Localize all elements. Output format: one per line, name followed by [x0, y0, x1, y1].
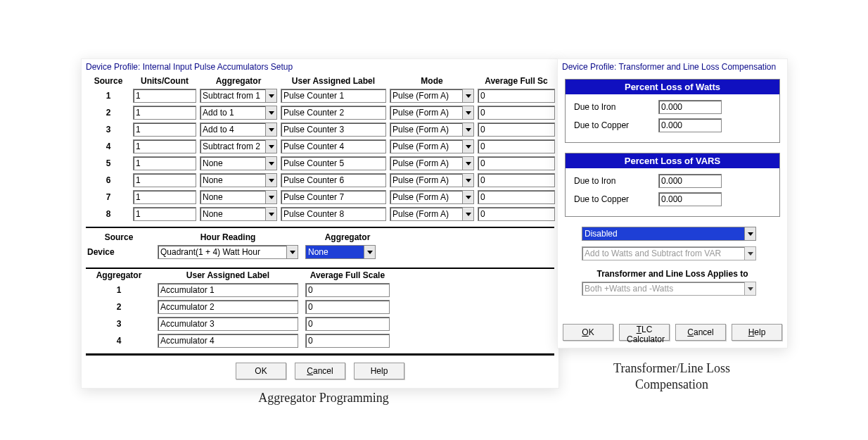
pulse-row: 7NonePulse (Form A) — [82, 189, 559, 206]
mode-select[interactable]: Pulse (Form A) — [390, 190, 474, 204]
accumulator-section: Aggregator User Assigned Label Average F… — [82, 269, 559, 349]
accumulator-label-input[interactable] — [158, 334, 298, 348]
pulse-row: 3Add to 4Pulse (Form A) — [82, 121, 559, 138]
accumulator-row: 2 — [82, 298, 559, 315]
avg-full-scale-input[interactable] — [478, 139, 555, 153]
dialog-buttons: OK TLC Calculator Cancel Help — [565, 324, 780, 341]
user-label-input[interactable] — [281, 207, 386, 221]
watts-iron-input[interactable] — [658, 100, 722, 114]
watts-title: Percent Loss of Watts — [566, 80, 779, 94]
row-number: 3 — [87, 125, 129, 134]
avg-full-scale-input[interactable] — [478, 122, 555, 137]
mode-value: Pulse (Form A) — [390, 157, 462, 170]
row-number: 3 — [87, 319, 151, 329]
units-count-input[interactable] — [133, 122, 196, 137]
dropdown-icon — [265, 191, 276, 203]
aggregator-value: None — [200, 157, 265, 170]
units-count-input[interactable] — [133, 156, 196, 170]
user-label-input[interactable] — [281, 156, 386, 170]
accumulator-avg-input[interactable] — [305, 317, 390, 331]
hdr-mode: Mode — [390, 76, 474, 86]
accumulator-avg-input[interactable] — [305, 283, 390, 297]
hdr-hour: Hour Reading — [158, 232, 298, 242]
hour-reading-select[interactable]: Quadrant(1 + 4) Watt Hour — [158, 245, 298, 259]
enable-value: Disabled — [582, 227, 744, 240]
user-label-input[interactable] — [281, 122, 386, 137]
units-count-input[interactable] — [133, 173, 196, 187]
user-label-input[interactable] — [281, 173, 386, 187]
avg-full-scale-input[interactable] — [478, 173, 555, 187]
due-iron-label: Due to Iron — [574, 176, 651, 186]
row-number: 5 — [87, 158, 129, 168]
units-count-input[interactable] — [133, 106, 196, 120]
mode-value: Pulse (Form A) — [390, 123, 462, 136]
hdr-user-label: User Assigned Label — [281, 76, 386, 86]
mode-select[interactable]: Pulse (Form A) — [390, 122, 474, 137]
avg-full-scale-input[interactable] — [478, 190, 555, 204]
aggregator-value: None — [200, 174, 265, 187]
accumulator-label-input[interactable] — [158, 317, 298, 331]
aggregator-select[interactable]: None — [200, 207, 277, 221]
watts-copper-input[interactable] — [658, 118, 722, 132]
pulse-section: Source Units/Count Aggregator User Assig… — [82, 75, 559, 222]
mode-value: Pulse (Form A) — [390, 106, 462, 119]
mode-select[interactable]: Pulse (Form A) — [390, 106, 474, 120]
tlc-calculator-button[interactable]: TLC Calculator — [619, 324, 670, 341]
user-label-input[interactable] — [281, 89, 386, 103]
dropdown-icon — [265, 140, 276, 153]
units-count-input[interactable] — [133, 89, 196, 103]
accumulator-label-input[interactable] — [158, 283, 298, 297]
accumulator-avg-input[interactable] — [305, 334, 390, 348]
hdr-aggregator: Aggregator — [200, 76, 277, 86]
caption-tlc: Transformer/Line Loss Compensation — [584, 360, 760, 394]
units-count-input[interactable] — [133, 139, 196, 153]
cancel-button[interactable]: Cancel — [295, 363, 345, 379]
tlc-dialog: Device Profile: Transformer and Line Los… — [557, 58, 788, 348]
aggregator-select[interactable]: None — [200, 156, 277, 170]
avg-full-scale-input[interactable] — [478, 207, 555, 221]
vars-title: Percent Loss of VARS — [566, 153, 779, 168]
vars-group: Percent Loss of VARS Due to Iron Due to … — [565, 153, 780, 217]
mode-select[interactable]: Pulse (Form A) — [390, 207, 474, 221]
aggregator-select[interactable]: None — [200, 190, 277, 204]
aggregator-select[interactable]: None — [200, 173, 277, 187]
pulse-row: 2Add to 1Pulse (Form A) — [82, 104, 559, 121]
cancel-button[interactable]: Cancel — [675, 324, 726, 341]
aggregator-select[interactable]: Add to 1 — [200, 106, 277, 120]
avg-full-scale-input[interactable] — [478, 89, 555, 103]
accumulator-avg-input[interactable] — [305, 300, 390, 314]
row-number: 6 — [87, 175, 129, 185]
mode-select[interactable]: Pulse (Form A) — [390, 139, 474, 153]
help-button[interactable]: Help — [354, 363, 404, 379]
mode-select[interactable]: Pulse (Form A) — [390, 89, 474, 103]
dropdown-icon — [265, 208, 276, 220]
hdr-agg3: Aggregator — [87, 270, 151, 280]
avg-full-scale-input[interactable] — [478, 156, 555, 170]
ok-button[interactable]: OK — [236, 363, 286, 379]
mode-select[interactable]: Pulse (Form A) — [390, 173, 474, 187]
vars-iron-input[interactable] — [658, 174, 722, 188]
dropdown-icon — [462, 191, 473, 203]
dropdown-icon — [462, 140, 473, 153]
aggregator-select[interactable]: Add to 4 — [200, 122, 277, 137]
dropdown-icon — [462, 208, 473, 220]
aggregator-select[interactable]: Subtract from 1 — [200, 89, 277, 103]
avg-full-scale-input[interactable] — [478, 106, 555, 120]
hour-reading-value: Quadrant(1 + 4) Watt Hour — [158, 246, 286, 258]
user-label-input[interactable] — [281, 190, 386, 204]
mode-select[interactable]: Pulse (Form A) — [390, 156, 474, 170]
enable-select[interactable]: Disabled — [582, 227, 756, 241]
dialog-title: Device Profile: Internal Input Pulse Acc… — [82, 59, 559, 75]
units-count-input[interactable] — [133, 207, 196, 221]
user-label-input[interactable] — [281, 139, 386, 153]
user-label-input[interactable] — [281, 106, 386, 120]
units-count-input[interactable] — [133, 190, 196, 204]
vars-copper-input[interactable] — [658, 192, 722, 206]
aggregator-select[interactable]: Subtract from 2 — [200, 139, 277, 153]
row-number: 1 — [87, 285, 151, 295]
aggregator-value: Subtract from 1 — [200, 89, 265, 102]
help-button[interactable]: Help — [732, 324, 782, 341]
accumulator-label-input[interactable] — [158, 300, 298, 314]
device-aggregator-select[interactable]: None — [305, 245, 376, 259]
ok-button[interactable]: OK — [563, 324, 613, 341]
